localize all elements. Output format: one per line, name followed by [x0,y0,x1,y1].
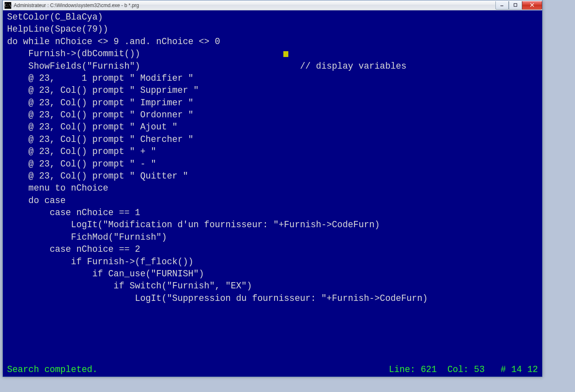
code-line: if Switch("Furnish", "EX") [7,280,538,292]
code-line: if Can_use("FURNISH") [7,268,538,280]
code-line: do while nChoice <> 9 .and. nChoice <> 0 [7,36,538,48]
code-line: ShowFields("Furnish") // display variabl… [7,60,538,72]
cmd-icon: C:\ [5,2,11,9]
minimize-button[interactable] [495,1,509,10]
window-controls [495,1,542,10]
code-block: SetColor(C_BlaCya)HelpLine(Space(79))do … [7,11,538,305]
code-line: Furnish->(dbCommit()) [7,48,538,60]
svg-rect-1 [514,4,517,7]
code-line: case nChoice == 2 [7,243,538,256]
code-line: @ 23, Col() prompt " Imprimer " [7,97,538,109]
status-message: Search completed. [7,364,98,376]
code-line: SetColor(C_BlaCya) [7,11,538,23]
status-line: Search completed. Line: 621 Col: 53 # 14… [7,364,538,376]
cmd-window: C:\ Administrateur : C:\Windows\system32… [2,0,542,377]
code-line: @ 23, Col() prompt " Ordonner " [7,109,538,121]
window-title: Administrateur : C:\Windows\system32\cmd… [14,2,495,8]
code-line: case nChoice == 1 [7,207,538,219]
code-line: @ 23, 1 prompt " Modifier " [7,72,538,84]
code-line: HelpLine(Space(79)) [7,23,538,35]
text-cursor [283,51,288,57]
maximize-button[interactable] [509,1,522,10]
code-line: @ 23, Col() prompt " Chercher " [7,134,538,146]
code-line: @ 23, Col() prompt " Supprimer " [7,84,538,97]
code-line: do case [7,195,538,207]
code-line: @ 23, Col() prompt " Ajout " [7,121,538,133]
code-line: @ 23, Col() prompt " Quitter " [7,170,538,182]
code-line: @ 23, Col() prompt " + " [7,146,538,158]
status-position: Line: 621 Col: 53 # 14 12 [389,364,538,376]
code-line: if Furnish->(f_flock()) [7,256,538,268]
terminal-area[interactable]: SetColor(C_BlaCya)HelpLine(Space(79))do … [3,10,542,377]
close-button[interactable] [522,1,542,10]
titlebar[interactable]: C:\ Administrateur : C:\Windows\system32… [3,0,542,10]
code-line: FichMod("Furnish") [7,231,538,243]
code-line: LogIt("Suppression du fournisseur: "+Fur… [7,293,538,305]
code-line: menu to nChoice [7,182,538,194]
code-line: @ 23, Col() prompt " - " [7,158,538,170]
code-line: LogIt("Modification d'un fournisseur: "+… [7,219,538,231]
